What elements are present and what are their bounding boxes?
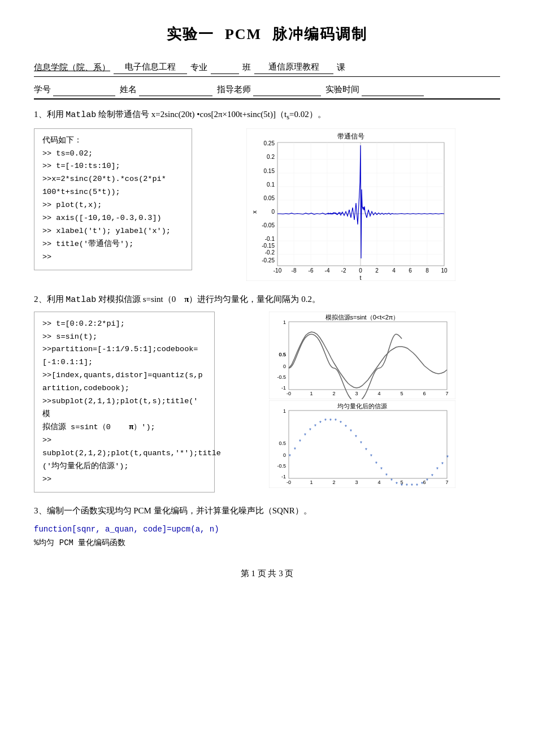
svg-text:*: *: [309, 427, 311, 434]
svg-text:t: t: [359, 274, 361, 281]
svg-text:-0.5: -0.5: [277, 374, 286, 380]
label-class: 班: [242, 61, 251, 74]
code-line: >>: [42, 473, 206, 486]
svg-text:-6: -6: [308, 267, 313, 274]
value-time: [362, 96, 424, 96]
svg-text:-0.25: -0.25: [262, 257, 275, 263]
value-student-id: [53, 96, 115, 96]
svg-text:*: *: [304, 433, 306, 439]
section3-title: 3、编制一个函数实现均匀 PCM 量化编码，并计算量化噪声比（SQNR）。: [34, 504, 500, 517]
svg-text:3: 3: [355, 479, 358, 485]
footer-text: 第 1 页 共 3 页: [241, 569, 294, 578]
label-name: 姓名: [120, 83, 137, 96]
code-line: ('均匀量化后的信源');: [42, 460, 206, 473]
svg-text:-0.05: -0.05: [262, 222, 275, 228]
svg-text:0: 0: [283, 364, 285, 369]
svg-text:-0.1: -0.1: [264, 236, 275, 242]
svg-text:0.15: 0.15: [263, 168, 275, 174]
code-line: >> ts=0.02;: [42, 148, 184, 161]
value-course: 通信原理教程: [254, 60, 333, 74]
svg-text:*: *: [411, 483, 413, 488]
svg-text:*: *: [436, 466, 439, 473]
svg-text:*: *: [299, 439, 301, 445]
svg-text:x: x: [251, 210, 258, 213]
svg-text:0: 0: [271, 209, 275, 215]
svg-text:*: *: [314, 424, 316, 430]
svg-text:4: 4: [392, 267, 396, 274]
code-line: >>x=2*sinc(20*t).*cos(2*pi*: [42, 173, 184, 186]
svg-text:6: 6: [423, 391, 426, 396]
svg-text:*: *: [294, 447, 296, 453]
svg-text:模拟信源s=sint（0<t<2π）: 模拟信源s=sint（0<t<2π）: [325, 314, 399, 321]
code-line: >> t=[0:0.2:2*pi];: [42, 318, 206, 331]
svg-text:*: *: [401, 483, 403, 488]
section2-block: >> t=[0:0.2:2*pi]; >> s=sin(t); >>partit…: [34, 312, 500, 493]
page-footer: 第 1 页 共 3 页: [34, 567, 500, 580]
svg-text:8: 8: [426, 267, 429, 274]
function-line: function[sqnr, a_quan, code]=upcm(a, n): [34, 523, 500, 535]
code-line: >> title('带通信号');: [42, 238, 184, 251]
svg-text:2: 2: [332, 391, 335, 396]
svg-text:1: 1: [283, 319, 285, 325]
code-line: >> s=sin(t);: [42, 331, 206, 344]
svg-text:5: 5: [400, 391, 403, 396]
code-line: >> axis([-10,10,-0.3,0.3]): [42, 212, 184, 225]
svg-text:1: 1: [283, 408, 285, 414]
svg-text:10: 10: [441, 267, 448, 274]
section2-chart1: 模拟信源s=sint（0<t<2π） 1 0.5 0.5 0 -0.5 -1 -…: [269, 312, 455, 399]
svg-text:0: 0: [359, 267, 362, 274]
svg-text:*: *: [340, 420, 342, 426]
svg-text:*: *: [335, 418, 337, 424]
svg-text:-1: -1: [281, 474, 285, 479]
svg-text:0.1: 0.1: [267, 182, 275, 188]
svg-text:-4: -4: [324, 267, 329, 274]
svg-text:*: *: [355, 434, 357, 440]
svg-text:*: *: [380, 466, 383, 473]
section1-num: 1、: [34, 110, 47, 119]
label-teacher: 指导老师: [217, 83, 251, 96]
label-course: 课: [337, 61, 345, 74]
value-name: [139, 96, 212, 96]
label-student-id: 学号: [34, 83, 51, 96]
code-line: >>subplot(2,1,1);plot(t,s);title(' 模: [42, 395, 206, 421]
svg-text:0.05: 0.05: [263, 195, 275, 201]
svg-text:2: 2: [332, 479, 335, 485]
svg-text:-0: -0: [286, 479, 290, 485]
svg-text:1: 1: [310, 479, 312, 485]
svg-text:7: 7: [445, 479, 448, 485]
comment-line: %均匀 PCM 量化编码函数: [34, 537, 500, 549]
section1-block: 代码如下： >> ts=0.02; >> t=[-10:ts:10]; >>x=…: [34, 128, 500, 281]
svg-text:3: 3: [355, 391, 358, 396]
code-line: >> xlabel('t'); ylabel('x');: [42, 225, 184, 238]
svg-text:-0.15: -0.15: [262, 243, 275, 249]
code-line: >>[index,quants,distor]=quantiz(s,p: [42, 369, 206, 382]
value-teacher: [253, 96, 321, 96]
svg-text:-2: -2: [341, 267, 346, 274]
svg-text:*: *: [416, 483, 418, 488]
svg-text:*: *: [350, 429, 352, 435]
svg-text:*: *: [329, 418, 332, 424]
section1-title: 1、利用 Matlab 绘制带通信号 x=2sinc(20t) •cos[2π×…: [34, 107, 500, 123]
svg-text:*: *: [446, 455, 449, 461]
svg-text:*: *: [375, 461, 377, 467]
section2-chart-area: 模拟信源s=sint（0<t<2π） 1 0.5 0.5 0 -0.5 -1 -…: [224, 312, 500, 488]
svg-text:*: *: [431, 473, 433, 479]
section1-chart-area: 带通信号 0.25 0.2 0.15 0.1 0.05 0 -0.05 -0.1…: [201, 128, 500, 281]
svg-text:*: *: [345, 424, 347, 430]
code-line: 100*t+sinc(5*t));: [42, 186, 184, 199]
label-major: 专业: [190, 61, 207, 74]
code-line: >>partition=[-1:1/9.5:1];codebook=: [42, 343, 206, 356]
code-line: >> plot(t,x);: [42, 199, 184, 212]
section2-code: >> t=[0:0.2:2*pi]; >> s=sin(t); >>partit…: [34, 312, 215, 493]
code-line: >> t=[-10:ts:10];: [42, 160, 184, 173]
title-cn2: 脉冲编码调制: [272, 25, 367, 42]
value-major: 电子信息工程: [114, 60, 187, 74]
code-line: 代码如下：: [42, 135, 184, 148]
section2-chart2: 均匀量化后的信源 1 0.5 0 -0.5 -1 -0 1 2 3 4 5 6 …: [269, 400, 455, 488]
svg-text:4: 4: [377, 479, 380, 485]
page-title: 实验一 PCM 脉冲编码调制: [34, 23, 500, 46]
svg-text:*: *: [289, 453, 291, 460]
svg-text:4: 4: [377, 391, 380, 396]
svg-text:*: *: [365, 447, 367, 453]
svg-text:7: 7: [445, 391, 448, 396]
